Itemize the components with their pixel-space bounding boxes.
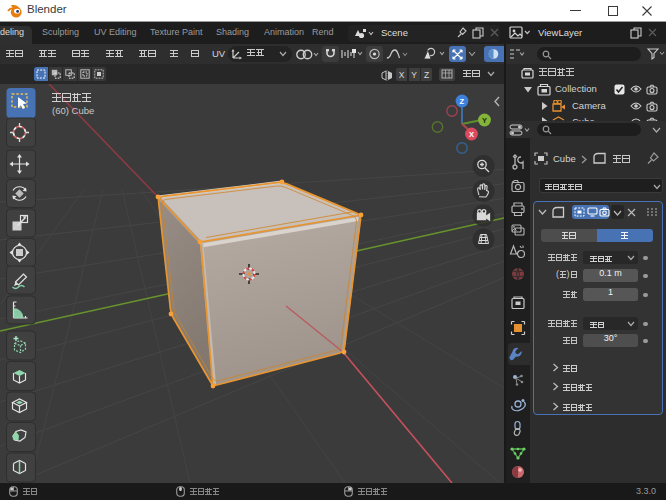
svg-text:Y: Y xyxy=(482,116,487,125)
svg-text:Z: Z xyxy=(460,97,465,106)
svg-text:X: X xyxy=(469,130,474,139)
